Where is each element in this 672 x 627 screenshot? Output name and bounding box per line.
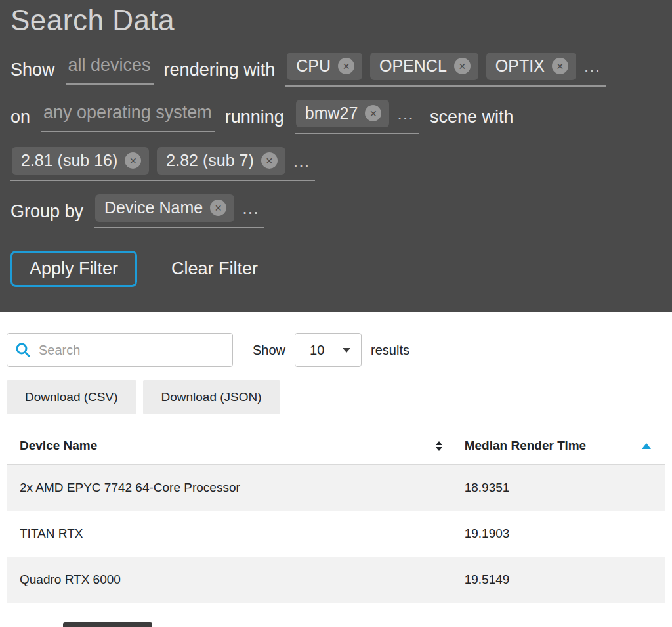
filter-chip-label: bmw27: [305, 104, 358, 123]
filter-chip-label: CPU: [296, 56, 331, 76]
device-name-cell: TITAN RTX: [7, 511, 452, 557]
group-by-select[interactable]: Device Name✕ ...: [94, 194, 264, 228]
filter-chip: bmw27✕: [296, 100, 390, 127]
median-render-time-header-label: Median Render Time: [465, 439, 586, 453]
ellipsis-dots: ...: [242, 198, 259, 219]
remove-chip-icon[interactable]: ✕: [261, 152, 278, 169]
ellipsis-dots: ...: [397, 104, 414, 124]
filter-sentence-line-2: on any operating system running bmw27✕ .…: [10, 98, 662, 135]
download-csv-button[interactable]: Download (CSV): [7, 380, 136, 414]
chevron-down-icon: [343, 348, 350, 353]
apply-filter-button[interactable]: Apply Filter: [10, 251, 137, 287]
filter-chip: OPENCL✕: [370, 53, 478, 80]
median-render-time-cell: 19.5149: [452, 557, 665, 603]
device-name-header-label: Device Name: [20, 439, 97, 453]
remove-chip-icon[interactable]: ✕: [125, 152, 141, 169]
page-size-value: 10: [310, 343, 324, 358]
ellipsis-dots: ...: [293, 151, 310, 171]
filter-panel: Search Data Show all devices rendering w…: [0, 0, 672, 312]
table-row: TITAN RTX19.1903: [7, 511, 665, 557]
remove-chip-icon[interactable]: ✕: [338, 58, 354, 74]
running-label: running: [225, 107, 284, 127]
table-header-row: Device Name Median Render Time: [7, 429, 665, 465]
sort-icon[interactable]: [436, 441, 442, 451]
sort-asc-icon[interactable]: [642, 443, 651, 449]
search-icon: [15, 342, 31, 358]
median-render-time-cell: 18.9351: [452, 465, 665, 511]
devices-select[interactable]: all devices: [66, 55, 154, 85]
results-panel: Show 10 results Download (CSV) Download …: [0, 312, 672, 603]
results-label: results: [371, 343, 410, 358]
filter-chip-label: 2.82 (sub 7): [166, 151, 253, 170]
search-data-page: Search Data Show all devices rendering w…: [0, 0, 672, 627]
scene-chip-list: bmw27✕: [296, 100, 390, 127]
device-name-cell: 2x AMD EPYC 7742 64-Core Processor: [7, 465, 452, 511]
filter-chip-label: OPENCL: [379, 56, 447, 76]
filter-chip: CPU✕: [287, 53, 362, 80]
column-header-median-render-time[interactable]: Median Render Time: [452, 429, 665, 464]
device-type-select[interactable]: CPU✕OPENCL✕OPTIX✕ ...: [285, 53, 606, 87]
show-label: Show: [10, 60, 55, 80]
filter-chip: 2.82 (sub 7)✕: [157, 147, 285, 175]
filter-chip-label: 2.81 (sub 16): [21, 151, 117, 170]
filter-chip-label: OPTIX: [495, 56, 545, 76]
filter-chip: OPTIX✕: [486, 53, 576, 80]
download-json-button[interactable]: Download (JSON): [143, 380, 280, 414]
results-table: Device Name Median Render Time 2x AMD EP…: [7, 429, 665, 603]
page-title: Search Data: [10, 4, 662, 37]
filter-chip: 2.81 (sub 16)✕: [12, 147, 149, 175]
filter-chip-label: Device Name: [104, 198, 203, 217]
scene-with-label: scene with: [430, 107, 514, 127]
filter-chip: Device Name✕: [95, 194, 234, 222]
results-toolbar: Show 10 results: [7, 333, 665, 367]
device-name-cell: Quadro RTX 6000: [7, 557, 452, 603]
group-by-line: Group by Device Name✕ ...: [10, 193, 662, 230]
filter-buttons-row: Apply Filter Clear Filter: [10, 251, 662, 287]
show-results-label: Show: [253, 343, 285, 358]
operating-system-select[interactable]: any operating system: [41, 102, 215, 132]
remove-chip-icon[interactable]: ✕: [454, 58, 471, 74]
rendering-with-label: rendering with: [164, 60, 276, 80]
clear-filter-button[interactable]: Clear Filter: [167, 258, 262, 280]
group-by-label: Group by: [10, 202, 83, 222]
scene-select[interactable]: bmw27✕ ...: [295, 100, 419, 134]
blender-version-chip-list: 2.81 (sub 16)✕2.82 (sub 7)✕: [12, 147, 285, 175]
clipped-ui-fragment: [63, 622, 152, 627]
download-row: Download (CSV) Download (JSON): [7, 380, 665, 414]
on-label: on: [10, 107, 30, 127]
group-by-chip-list: Device Name✕: [95, 194, 234, 222]
page-size-select[interactable]: 10: [295, 333, 362, 367]
table-body: 2x AMD EPYC 7742 64-Core Processor18.935…: [7, 465, 665, 603]
table-row: 2x AMD EPYC 7742 64-Core Processor18.935…: [7, 465, 665, 511]
device-type-chip-list: CPU✕OPENCL✕OPTIX✕: [287, 53, 576, 80]
column-header-device-name[interactable]: Device Name: [7, 429, 452, 464]
remove-chip-icon[interactable]: ✕: [210, 200, 226, 216]
search-box: [7, 333, 233, 367]
search-input[interactable]: [7, 333, 233, 367]
ellipsis-dots: ...: [584, 56, 601, 77]
remove-chip-icon[interactable]: ✕: [365, 105, 381, 121]
filter-sentence-line-3: 2.81 (sub 16)✕2.82 (sub 7)✕ ...: [10, 146, 662, 183]
blender-version-select[interactable]: 2.81 (sub 16)✕2.82 (sub 7)✕ ...: [10, 147, 315, 181]
remove-chip-icon[interactable]: ✕: [552, 58, 568, 74]
table-row: Quadro RTX 600019.5149: [7, 557, 665, 603]
median-render-time-cell: 19.1903: [452, 511, 665, 557]
filter-sentence-line-1: Show all devices rendering with CPU✕OPEN…: [10, 51, 662, 88]
